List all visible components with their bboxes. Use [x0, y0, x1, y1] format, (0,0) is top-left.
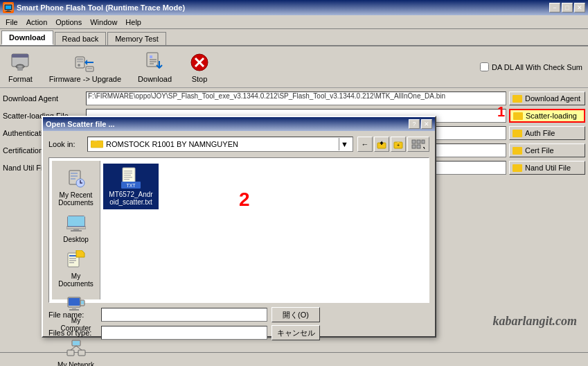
- window-controls: − □ ✕: [549, 3, 585, 12]
- svg-rect-23: [412, 140, 416, 143]
- tab-readback[interactable]: Read back: [55, 32, 107, 45]
- format-button[interactable]: Format: [6, 50, 35, 85]
- tab-bar: Download Read back Memory Test: [0, 29, 588, 46]
- stop-label: Stop: [192, 75, 208, 83]
- nand-button[interactable]: Nand Util File: [509, 161, 585, 175]
- svg-rect-30: [71, 175, 78, 177]
- download-agent-label: Download Agent: [3, 94, 86, 103]
- my-network-icon: [65, 338, 87, 360]
- svg-rect-58: [124, 175, 131, 176]
- svg-rect-27: [417, 145, 420, 148]
- svg-rect-11: [77, 61, 83, 62]
- svg-text:TXT: TXT: [126, 183, 136, 188]
- svg-rect-26: [412, 145, 416, 148]
- lookin-label: Look in:: [48, 140, 83, 148]
- svg-rect-34: [68, 216, 84, 226]
- auth-button[interactable]: Auth File: [509, 126, 585, 140]
- svg-rect-45: [72, 307, 76, 309]
- up-folder-button[interactable]: [374, 137, 389, 152]
- stop-icon: [188, 51, 211, 73]
- svg-rect-10: [77, 58, 83, 60]
- menu-window[interactable]: Window: [86, 17, 121, 28]
- checksum-row: DA DL All With Check Sum: [480, 62, 582, 71]
- tab-download[interactable]: Download: [1, 31, 53, 45]
- shortcut-network[interactable]: My Network: [55, 336, 97, 366]
- main-content: Download Agent F:\FIRMWARE\oppo\JOY\SP_F…: [0, 88, 588, 334]
- dialog-title-bar: Open Scatter file ... ? ✕: [43, 117, 435, 131]
- cert-button[interactable]: Cert File: [509, 143, 585, 157]
- svg-line-54: [76, 346, 82, 350]
- svg-rect-51: [67, 350, 74, 356]
- svg-point-7: [18, 65, 22, 67]
- svg-rect-42: [69, 262, 74, 263]
- shortcut-recent[interactable]: My Recent Documents: [55, 166, 97, 208]
- menu-bar: File Action Options Window Help: [0, 15, 588, 29]
- svg-rect-29: [71, 173, 78, 174]
- svg-rect-40: [69, 258, 76, 259]
- svg-rect-41: [69, 260, 76, 261]
- svg-rect-25: [422, 140, 425, 143]
- firmware-label: Firmware -> Upgrade: [49, 75, 121, 83]
- menu-help[interactable]: Help: [121, 17, 145, 28]
- minimize-button[interactable]: −: [549, 3, 560, 12]
- shortcut-desktop[interactable]: Desktop: [55, 211, 97, 245]
- stop-button[interactable]: Stop: [186, 50, 213, 85]
- svg-rect-57: [124, 173, 132, 174]
- download-toolbar-button[interactable]: Download: [135, 50, 175, 85]
- documents-label: My Documents: [57, 272, 96, 288]
- menu-action[interactable]: Action: [22, 17, 52, 28]
- view-button[interactable]: [407, 137, 429, 152]
- svg-rect-44: [69, 298, 80, 306]
- lookin-dropdown-button[interactable]: ▼: [339, 138, 350, 150]
- checksum-label: DA DL All With Check Sum: [492, 63, 582, 71]
- svg-rect-14: [87, 68, 92, 69]
- folder-icon-auth: [513, 130, 522, 137]
- svg-rect-5: [12, 54, 28, 58]
- dialog-close-button[interactable]: ✕: [421, 119, 432, 129]
- firmware-button[interactable]: Firmware -> Upgrade: [46, 50, 124, 85]
- svg-text:+: +: [397, 143, 400, 148]
- back-button[interactable]: ←: [357, 137, 373, 152]
- lookin-row: Look in: ROMSTOCK R1001 BY NAMNGUYEN ▼ ←: [48, 137, 429, 152]
- file-item-scatter[interactable]: TXT MT6572_Android_scatter.txt: [103, 164, 159, 209]
- format-label: Format: [8, 75, 33, 83]
- open-button[interactable]: 開く(O): [271, 307, 320, 322]
- dialog-help-button[interactable]: ?: [409, 119, 420, 129]
- close-button[interactable]: ✕: [574, 3, 585, 12]
- menu-file[interactable]: File: [1, 17, 22, 28]
- tab-memorytest[interactable]: Memory Test: [107, 32, 166, 45]
- filename-input[interactable]: [101, 308, 267, 322]
- folder-icon-da: [513, 95, 522, 103]
- lookin-folder-icon: [91, 139, 103, 150]
- filename-label: File name:: [48, 311, 97, 319]
- recent-documents-icon: [65, 168, 87, 190]
- scatter-button[interactable]: Scatter-loading: [509, 109, 585, 123]
- checksum-checkbox[interactable]: [480, 62, 489, 71]
- network-label: My Network: [57, 361, 94, 366]
- dialog-title: Open Scatter file ...: [46, 120, 115, 128]
- create-folder-button[interactable]: +: [391, 137, 406, 152]
- txt-file-icon: TXT: [120, 166, 142, 189]
- svg-rect-59: [124, 177, 132, 178]
- svg-rect-39: [69, 255, 76, 256]
- shortcut-documents[interactable]: My Documents: [55, 247, 97, 289]
- watermark: kabarlangit.com: [492, 314, 577, 329]
- cancel-button[interactable]: キャンセル: [271, 325, 320, 340]
- svg-point-12: [78, 64, 80, 67]
- maximize-button[interactable]: □: [562, 3, 573, 12]
- window-title: Smart Phone Flash Tool (Runtime Trace Mo…: [17, 3, 185, 12]
- filetype-input[interactable]: [101, 326, 267, 340]
- desktop-label: Desktop: [63, 236, 89, 243]
- download-agent-button[interactable]: Download Agent: [509, 92, 585, 105]
- svg-rect-50: [73, 341, 80, 345]
- svg-rect-56: [124, 171, 132, 172]
- download-toolbar-label: Download: [138, 75, 172, 83]
- desktop-icon: [65, 212, 87, 234]
- open-scatter-dialog: Open Scatter file ... ? ✕ Look in:: [42, 116, 436, 338]
- menu-options[interactable]: Options: [51, 17, 86, 28]
- svg-rect-48: [81, 301, 84, 304]
- download-agent-input[interactable]: F:\FIRMWARE\oppo\JOY\SP_Flash_Tool_exe_v…: [86, 92, 506, 105]
- format-icon: [9, 51, 31, 73]
- lookin-value: ROMSTOCK R1001 BY NAMNGUYEN: [106, 140, 336, 148]
- svg-rect-31: [71, 178, 75, 180]
